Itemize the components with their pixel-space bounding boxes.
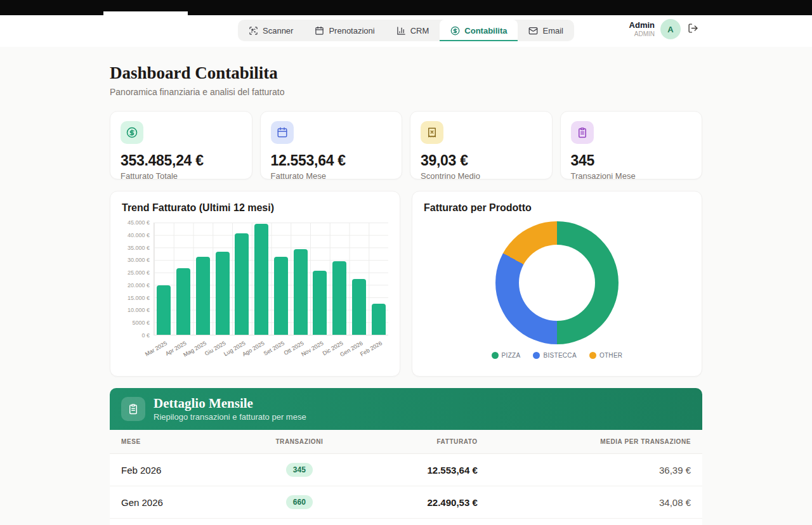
page-subtitle: Panoramica finanziaria e analisi del fat…: [110, 87, 702, 97]
bar-chart-x-axis: Mar 2025Apr 2025Mag 2025Giu 2025Lug 2025…: [154, 335, 388, 361]
clipboard-icon: [571, 121, 594, 144]
mail-icon: [528, 26, 538, 36]
stat-value: 12.553,64 €: [271, 152, 392, 169]
y-tick-label: 35.000 €: [128, 245, 150, 251]
stat-card: 353.485,24 €Fatturato Totale: [110, 111, 252, 179]
cell-transazioni: 660: [252, 486, 346, 519]
stat-card: 12.553,64 €Fatturato Mese: [260, 111, 403, 179]
bar-slot: [174, 223, 193, 335]
stat-label: Fatturato Mese: [271, 171, 392, 181]
bar-nov-2025: [313, 271, 327, 335]
stat-card: 39,03 €Scontrino Medio: [410, 111, 553, 179]
monthly-detail-title: Dettaglio Mensile: [154, 396, 306, 411]
bar-giu-2025: [216, 252, 230, 335]
bar-lug-2025: [235, 233, 249, 335]
stat-value: 345: [571, 152, 692, 169]
tab-contabilita[interactable]: Contabilita: [440, 20, 518, 41]
bar-slot: [232, 223, 252, 335]
x-tick: Feb 2026: [369, 335, 388, 361]
bar-chart-icon: [396, 26, 406, 36]
bar-slot: [154, 223, 174, 335]
donut-chart: [495, 221, 619, 344]
bar-slot: [369, 223, 388, 335]
calendar-icon: [271, 121, 294, 144]
y-tick-label: 0 €: [141, 332, 150, 339]
tab-label: Email: [542, 26, 563, 36]
charts-row: Trend Fatturato (Ultimi 12 mesi) 0 €5000…: [110, 191, 702, 377]
legend-label: PIZZA: [502, 352, 521, 359]
tab-prenotazioni[interactable]: Prenotazioni: [304, 20, 385, 41]
cell-fatturato: 29.593,93 €: [347, 519, 489, 525]
bar-chart-y-axis: 0 €5000 €10.000 €15.000 €20.000 €25.000 …: [122, 223, 154, 335]
cell-mese: Feb 2026: [110, 454, 252, 486]
bar-feb-2026: [372, 304, 386, 335]
donut-legend: PIZZABISTECCAOTHER: [492, 352, 623, 359]
stat-value: 353.485,24 €: [121, 152, 242, 169]
legend-dot: [589, 352, 596, 359]
column-header: Transazioni: [252, 430, 346, 454]
tab-scanner[interactable]: Scanner: [238, 20, 304, 41]
y-tick-label: 45.000 €: [128, 219, 150, 226]
cell-transazioni: 345: [252, 454, 346, 486]
column-header: Fatturato: [347, 430, 489, 454]
product-chart-title: Fatturato per Prodotto: [424, 202, 690, 214]
user-role: ADMIN: [629, 30, 655, 38]
stat-value: 39,03 €: [421, 152, 542, 169]
bar-slot: [213, 223, 232, 335]
scan-icon: [249, 26, 258, 36]
bar-slot: [272, 223, 291, 335]
y-tick-label: 25.000 €: [128, 269, 150, 276]
bar-slot: [252, 223, 272, 335]
y-tick-label: 15.000 €: [128, 295, 150, 301]
stat-label: Scontrino Medio: [421, 171, 542, 181]
legend-dot: [492, 352, 499, 359]
legend-dot: [533, 352, 540, 359]
bar-slot: [330, 223, 350, 335]
cell-mese: Dic 2025: [110, 519, 252, 525]
tab-crm[interactable]: CRM: [386, 20, 440, 41]
logout-button[interactable]: [686, 22, 700, 37]
coin-icon: [450, 26, 460, 36]
legend-label: BISTECCA: [543, 352, 576, 359]
monthly-detail-banner: Dettaglio Mensile Riepilogo transazioni …: [110, 388, 702, 430]
coin-icon: [121, 121, 143, 144]
bar-slot: [350, 223, 369, 335]
bar-gen-2026: [352, 279, 366, 335]
cell-transazioni: 792: [252, 519, 346, 525]
y-tick-label: 5000 €: [132, 320, 150, 326]
top-black-bar: [0, 0, 812, 15]
y-tick-label: 40.000 €: [128, 232, 150, 238]
transazioni-badge: 345: [286, 463, 313, 477]
stat-card: 345Transazioni Mese: [560, 111, 703, 179]
y-tick-label: 20.000 €: [128, 282, 150, 288]
monthly-detail-subtitle: Riepilogo transazioni e fatturato per me…: [154, 412, 306, 422]
stat-label: Transazioni Mese: [571, 171, 692, 181]
tab-email[interactable]: Email: [518, 20, 574, 41]
table-row: Dic 202579229.593,93 €37,37 €: [110, 519, 702, 525]
cell-fatturato: 22.490,53 €: [347, 486, 489, 519]
bar-apr-2025: [176, 268, 190, 335]
y-tick-label: 30.000 €: [128, 257, 150, 263]
table-row: Gen 202666022.490,53 €34,08 €: [110, 486, 702, 519]
bar-slot: [291, 223, 310, 335]
page-header: Dashboard Contabilita Panoramica finanzi…: [110, 47, 702, 97]
cell-fatturato: 12.553,64 €: [347, 454, 489, 486]
logout-icon: [688, 23, 698, 36]
column-header: Media per Transazione: [489, 430, 702, 454]
column-header: Mese: [110, 430, 252, 454]
transazioni-badge: 660: [286, 495, 313, 509]
avatar[interactable]: A: [660, 19, 681, 39]
stats-row: 353.485,24 €Fatturato Totale12.553,64 €F…: [110, 111, 702, 179]
tab-label: Prenotazioni: [329, 26, 374, 36]
cell-media: 37,37 €: [489, 519, 702, 525]
user-name: Admin: [629, 21, 655, 30]
legend-item-pizza: PIZZA: [492, 352, 521, 359]
stat-label: Fatturato Totale: [121, 171, 242, 181]
trend-chart-title: Trend Fatturato (Ultimi 12 mesi): [122, 202, 388, 214]
legend-item-bistecca: BISTECCA: [533, 352, 576, 359]
bar-set-2025: [274, 257, 288, 335]
tab-label: CRM: [410, 26, 429, 36]
cell-media: 36,39 €: [489, 454, 702, 486]
tab-label: Scanner: [263, 26, 293, 36]
tab-label: Contabilita: [464, 26, 507, 36]
